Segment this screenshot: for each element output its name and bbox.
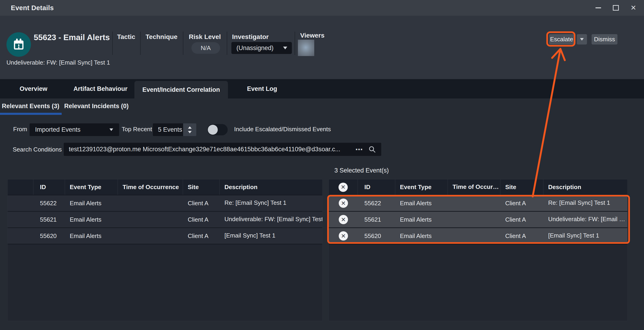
event-header: 55623 - Email Alerts Tactic Technique Ri… (0, 16, 644, 79)
event-time (448, 212, 500, 227)
selected-row[interactable]: ✕ 55621 Email Alerts Client A Undelivera… (329, 212, 627, 228)
search-conditions-input[interactable]: test12391023@proton.me MicrosoftExchange… (64, 143, 381, 156)
main-tabbar: Overview Artifact Behaviour Event/Incide… (0, 79, 644, 98)
table-row[interactable]: 55622 Email Alerts Client A Re: [Email S… (8, 195, 322, 212)
investigator-dropdown[interactable]: (Unassigned) (231, 42, 292, 54)
event-type: Email Alerts (395, 195, 448, 211)
maximize-icon (613, 5, 619, 10)
time-column-header[interactable]: Time of Occurrence (448, 179, 500, 195)
event-description: Re: [Email Sync] Test 1 (544, 195, 627, 211)
event-id: 55622 (358, 195, 395, 211)
minimize-icon (596, 7, 601, 8)
selected-row[interactable]: ✕ 55622 Email Alerts Client A Re: [Email… (329, 195, 627, 212)
id-column-header[interactable]: ID (358, 179, 395, 195)
search-icon[interactable] (368, 146, 376, 154)
correlation-content: Relevant Events (3) Relevant Incidents (… (0, 98, 644, 330)
description-column-header[interactable]: Description (544, 179, 627, 195)
active-subtab-underline (0, 113, 62, 115)
site-column-header[interactable]: Site (500, 179, 544, 195)
event-subtitle: Undeliverable: FW: [Email Sync] Test 1 (6, 59, 110, 66)
top-recent-label: Top Recent (122, 126, 152, 133)
event-description: Undeliverable: FW: [Email Sync] Test 1 (220, 212, 322, 227)
chevron-down-icon (580, 38, 584, 41)
selected-row[interactable]: ✕ 55620 Email Alerts Client A [Email Syn… (329, 228, 627, 244)
search-conditions-label: Search Conditions (13, 146, 62, 153)
titlebar: Event Details ✕ (0, 0, 644, 16)
escalate-button[interactable]: Escalate (549, 34, 574, 44)
event-id: 55621 (34, 212, 65, 227)
event-type-column-header[interactable]: Event Type (395, 179, 448, 195)
remove-event-icon[interactable]: ✕ (339, 231, 348, 241)
divider (227, 32, 227, 55)
viewer-avatar (298, 40, 314, 56)
event-time (118, 195, 183, 211)
investigator-value: (Unassigned) (236, 44, 274, 52)
investigator-label: Investigator (232, 33, 269, 41)
event-site: Client A (183, 195, 220, 211)
top-recent-value: 5 Events (158, 126, 182, 133)
include-escalated-toggle[interactable] (207, 124, 228, 135)
chevron-down-icon (110, 129, 113, 131)
remove-event-icon[interactable]: ✕ (339, 215, 348, 224)
event-description: [Email Sync] Test 1 (220, 228, 322, 244)
description-column-header[interactable]: Description (220, 179, 322, 195)
risk-level-label: Risk Level (183, 33, 227, 41)
event-description: Re: [Email Sync] Test 1 (220, 195, 322, 211)
spinner-up-icon (188, 126, 192, 129)
subtab-relevant-events[interactable]: Relevant Events (3) (2, 103, 59, 110)
event-site: Client A (500, 212, 544, 227)
table-row[interactable]: 55621 Email Alerts Client A Undeliverabl… (8, 212, 322, 228)
technique-label: Technique (140, 33, 183, 41)
event-id: 55620 (34, 228, 65, 244)
tab-artifact-behaviour[interactable]: Artifact Behaviour (65, 79, 136, 98)
tab-overview[interactable]: Overview (9, 79, 58, 98)
window-controls: ✕ (594, 0, 637, 16)
toggle-knob (208, 125, 218, 135)
site-column-header[interactable]: Site (183, 179, 220, 195)
time-column-header[interactable]: Time of Occurrence (118, 179, 183, 195)
spinner-arrows[interactable] (183, 123, 196, 136)
risk-level-badge: N/A (192, 42, 220, 54)
event-details-window: Event Details ✕ 55623 - Email Alerts Tac… (0, 0, 644, 330)
event-time (118, 228, 183, 244)
select-column-header (8, 179, 34, 195)
more-options-icon[interactable]: ⋯ (355, 143, 363, 156)
table-header-row: ✕ ID Event Type Time of Occurrence Site … (329, 179, 627, 195)
chevron-down-icon (283, 47, 287, 49)
event-id: 55621 (358, 212, 395, 227)
tactic-label: Tactic (112, 33, 140, 41)
subtab-relevant-incidents[interactable]: Relevant Incidents (0) (64, 103, 128, 110)
escalate-options-button[interactable] (577, 34, 587, 44)
include-escalated-label: Include Escalated/Dismissed Events (234, 126, 331, 133)
event-site: Client A (183, 212, 220, 227)
minimize-button[interactable] (594, 4, 602, 11)
top-recent-spinner[interactable]: 5 Events (153, 123, 196, 136)
id-column-header[interactable]: ID (34, 179, 65, 195)
event-time (118, 212, 183, 227)
window-title: Event Details (11, 4, 54, 12)
event-id: 55620 (358, 228, 395, 244)
maximize-button[interactable] (612, 4, 620, 11)
divider (295, 32, 295, 55)
event-description: Undeliverable: FW: [Email Sync] Test 1 (544, 212, 627, 227)
from-value: Imported Events (35, 126, 80, 133)
top-recent-value-box[interactable]: 5 Events (153, 123, 183, 136)
search-conditions-value: test12391023@proton.me MicrosoftExchange… (69, 143, 340, 156)
table-row[interactable]: 55620 Email Alerts Client A [Email Sync]… (8, 228, 322, 244)
selected-events-table: ✕ ID Event Type Time of Occurrence Site … (328, 179, 628, 321)
event-description: [Email Sync] Test 1 (544, 228, 627, 244)
dismiss-button[interactable]: Dismiss (592, 34, 618, 44)
relevant-events-table: ID Event Type Time of Occurrence Site De… (8, 179, 322, 321)
close-button[interactable]: ✕ (630, 4, 637, 11)
remove-all-icon[interactable]: ✕ (338, 183, 348, 192)
event-type-column-header[interactable]: Event Type (65, 179, 118, 195)
remove-event-icon[interactable]: ✕ (339, 198, 348, 208)
tab-event-incident-correlation[interactable]: Event/Incident Correlation (134, 81, 228, 98)
tab-event-log[interactable]: Event Log (236, 79, 289, 98)
from-dropdown[interactable]: Imported Events (30, 123, 119, 136)
event-alert-calendar-icon (6, 32, 31, 57)
close-icon: ✕ (630, 4, 636, 11)
event-site: Client A (500, 228, 544, 244)
from-label: From (13, 126, 27, 133)
event-site: Client A (500, 195, 544, 211)
